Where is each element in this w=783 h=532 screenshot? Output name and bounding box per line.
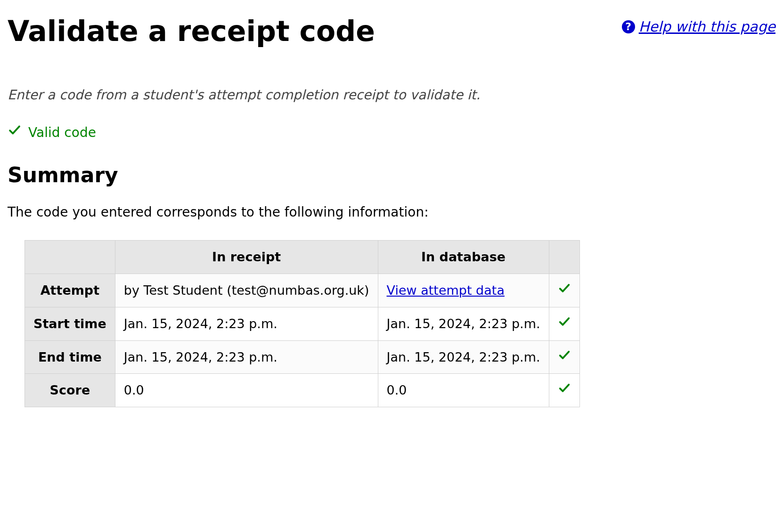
check-icon [558,283,571,298]
cell-in-database: Jan. 15, 2024, 2:23 p.m. [378,307,549,340]
help-link[interactable]: ? Help with this page [622,17,775,37]
help-link-label: Help with this page [639,17,775,37]
summary-intro: The code you entered corresponds to the … [8,203,775,221]
match-cell [549,274,579,307]
table-row: End time Jan. 15, 2024, 2:23 p.m. Jan. 1… [25,340,580,374]
summary-heading: Summary [8,161,775,190]
view-attempt-data-link[interactable]: View attempt data [387,283,505,298]
cell-in-receipt: 0.0 [115,374,378,407]
match-cell [549,307,579,340]
cell-in-database: View attempt data [378,274,549,307]
check-icon [8,123,22,142]
intro-text: Enter a code from a student's attempt co… [8,86,775,104]
validation-status-label: Valid code [28,123,96,142]
row-label: Attempt [25,274,115,307]
match-cell [549,340,579,374]
table-row: Attempt by Test Student (test@numbas.org… [25,274,580,307]
col-in-receipt: In receipt [115,241,378,274]
cell-in-database: Jan. 15, 2024, 2:23 p.m. [378,340,549,374]
row-label: Start time [25,307,115,340]
col-match [549,241,579,274]
check-icon [558,316,571,331]
col-in-database: In database [378,241,549,274]
summary-table: In receipt In database Attempt by Test S… [24,240,580,407]
check-icon [558,383,571,397]
help-icon: ? [622,20,635,33]
row-label: End time [25,340,115,374]
table-row: Start time Jan. 15, 2024, 2:23 p.m. Jan.… [25,307,580,340]
cell-in-database: 0.0 [378,374,549,407]
cell-in-receipt: Jan. 15, 2024, 2:23 p.m. [115,340,378,374]
cell-in-receipt: Jan. 15, 2024, 2:23 p.m. [115,307,378,340]
table-row: Score 0.0 0.0 [25,374,580,407]
validation-status: Valid code [8,123,775,142]
cell-in-receipt: by Test Student (test@numbas.org.uk) [115,274,378,307]
page-title: Validate a receipt code [8,11,375,51]
match-cell [549,374,579,407]
check-icon [558,350,571,364]
row-label: Score [25,374,115,407]
col-blank [25,241,115,274]
